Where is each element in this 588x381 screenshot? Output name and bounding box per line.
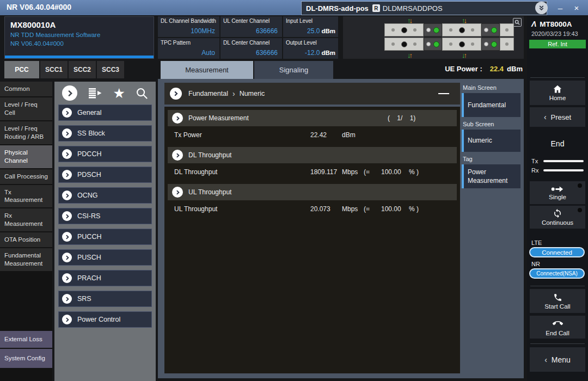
param-input-level[interactable]: Input Level 25.0dBm — [283, 16, 338, 37]
phone-icon — [553, 293, 562, 302]
application-window: NR V06.40.04#000 DL-DMRS-add-pos R DLDMR… — [0, 0, 588, 381]
chevron-right-circle-icon — [62, 149, 72, 159]
param-tpc-pattern[interactable]: TPC Pattern Auto — [158, 38, 219, 59]
continuous-indicator-dot — [578, 208, 582, 212]
param-ul-center-channel[interactable]: UL Center Channel 636666 — [220, 16, 282, 37]
param-output-level[interactable]: Output Level -12.0dBm — [283, 38, 338, 59]
main-screen-button[interactable]: Fundamental — [462, 93, 520, 117]
breadcrumb-child: Numeric — [240, 90, 265, 97]
section-power-measurement[interactable]: Power Measurement ( 1/ 1) — [168, 110, 457, 126]
menu-item-csi-rs[interactable]: CSI-RS — [58, 208, 152, 224]
minimize-panel-button[interactable] — [438, 93, 449, 94]
menu-item-prach[interactable]: PRACH — [58, 270, 152, 286]
home-button[interactable]: Home — [530, 81, 585, 105]
zoom-diagram-button[interactable] — [513, 18, 522, 27]
sub-screen-label: Sub Screen — [463, 121, 520, 127]
single-indicator-dot — [578, 183, 582, 188]
chevron-right-circle-icon — [172, 187, 183, 198]
section-ul-throughput[interactable]: UL Throughput — [168, 184, 457, 200]
nr-status-badge: Connected(NSA) — [529, 268, 585, 279]
ul-throughput-percent: 100.00 — [381, 205, 401, 213]
search-button[interactable] — [136, 87, 148, 100]
instrument-sidebar: Λ MT8000A 2020/03/23 19:43 Ref. Int Home… — [527, 15, 588, 381]
nav-item-level-freq-routing-arb[interactable]: Level / Freq Routing / ARB — [0, 121, 52, 144]
param-dl-channel-bandwidth[interactable]: DL Channel Bandwidth 100MHz — [158, 16, 219, 37]
rf-port3-tx-rx-arrows-icon: ↓↑ — [407, 51, 411, 59]
titlebar: NR V06.40.04#000 DL-DMRS-add-pos R DLDMR… — [0, 0, 588, 15]
chevron-right-circle-icon — [62, 294, 72, 304]
tab-scc1[interactable]: SCC1 — [40, 61, 68, 78]
breadcrumb[interactable]: Fundamental › Numeric — [164, 83, 460, 105]
chevron-right-circle-icon — [62, 253, 72, 262]
menu-button[interactable]: ‹ Menu — [530, 347, 585, 372]
param-dl-center-channel[interactable]: DL Center Channel 636666 — [220, 38, 282, 59]
menu-item-pucch[interactable]: PUCCH — [58, 229, 152, 245]
module-stack — [384, 23, 514, 52]
start-call-button[interactable]: Start Call — [530, 289, 585, 313]
instrument-name: Λ MT8000A — [531, 20, 572, 28]
menu-item-ocng[interactable]: OCNG — [58, 187, 152, 204]
session-selector[interactable]: DL-DMRS-add-pos R DLDMRSADDPOS — [301, 1, 547, 15]
result-row-ul-throughput: UL Throughput 20.073 Mbps (= 100.00 % ) — [168, 201, 457, 217]
session-code: DLDMRSADDPOS — [383, 4, 443, 13]
tab-pcc[interactable]: PCC — [4, 61, 39, 78]
chevron-right-circle-icon — [172, 113, 183, 124]
end-call-button[interactable]: End Call — [530, 316, 585, 339]
nav-item-system-config[interactable]: System Config — [0, 349, 52, 368]
breadcrumb-parent: Fundamental — [188, 90, 228, 97]
nav-item-tx-measurement[interactable]: Tx Measurement — [0, 185, 52, 208]
preset-button[interactable]: ‹ Preset — [530, 107, 585, 127]
star-icon: ★ — [113, 85, 125, 101]
divider — [530, 286, 585, 286]
chevron-right-circle-icon — [62, 232, 72, 242]
favorites-button[interactable]: ★ — [113, 87, 125, 100]
session-expand-button[interactable] — [535, 2, 548, 14]
rf-port4-tx-rx-arrows-icon: ↓↑ — [462, 51, 465, 59]
ul-throughput-value: 20.073 — [310, 205, 330, 213]
ue-power-unit: dBm — [507, 65, 523, 73]
section-dl-throughput[interactable]: DL Throughput — [168, 147, 457, 163]
menu-item-general[interactable]: General — [58, 105, 152, 121]
home-icon — [553, 85, 562, 94]
sub-screen-button[interactable]: Numeric — [462, 130, 520, 152]
single-button[interactable]: Single — [530, 181, 585, 204]
menu-item-pdcch[interactable]: PDCCH — [58, 146, 152, 162]
list-view-button[interactable] — [88, 87, 102, 100]
nav-item-rx-measurement[interactable]: Rx Measurement — [0, 208, 52, 231]
software-name: NR TDD Measurement Software — [10, 32, 100, 38]
tab-scc3[interactable]: SCC3 — [97, 61, 124, 78]
tab-scc2[interactable]: SCC2 — [69, 61, 96, 78]
session-name: DL-DMRS-add-pos — [306, 4, 369, 13]
close-button[interactable]: × — [569, 2, 584, 13]
chevron-left-icon: ‹ — [544, 113, 547, 121]
nav-item-level-freq-cell[interactable]: Level / Freq Cell — [0, 97, 52, 120]
nav-item-call-processing[interactable]: Call Processing — [0, 169, 52, 184]
nav-item-external-loss[interactable]: External Loss — [0, 331, 52, 348]
menu-item-pdsch[interactable]: PDSCH — [58, 167, 152, 183]
collapse-panel-button[interactable] — [62, 85, 77, 101]
ue-power-value: 22.4 — [490, 65, 504, 73]
menu-item-ss-block[interactable]: SS Block — [58, 125, 152, 142]
chevron-left-icon: ‹ — [544, 355, 547, 364]
dl-throughput-unit: Mbps — [342, 168, 358, 176]
nav-item-ota-position[interactable]: OTA Position — [0, 232, 52, 247]
rx-level-indicator: Rx — [531, 167, 585, 174]
result-row-dl-throughput: DL Throughput 1809.117 Mbps (= 100.00 % … — [168, 164, 457, 180]
menu-item-power-control[interactable]: Power Control — [58, 311, 152, 328]
nr-label: NR — [531, 261, 540, 267]
module-row — [384, 38, 514, 51]
list-icon — [88, 87, 102, 100]
continuous-button[interactable]: Continuous — [530, 206, 585, 229]
settings-nav-bottom: External Loss System Config — [0, 331, 52, 369]
tab-measurement[interactable]: Measurement — [161, 61, 253, 79]
minimize-button[interactable]: – — [553, 2, 567, 13]
nav-item-physical-channel[interactable]: Physical Channel — [0, 145, 52, 168]
window-title: NR V06.40.04#000 — [7, 3, 71, 11]
tx-power-unit: dBm — [342, 131, 356, 139]
nav-item-fundamental-measurement[interactable]: Fundamental Measurement — [0, 248, 52, 271]
tab-signaling[interactable]: Signaling — [254, 61, 333, 79]
menu-item-pusch[interactable]: PUSCH — [58, 249, 152, 266]
tag-button[interactable]: Power Measurement — [462, 164, 520, 188]
nav-item-common[interactable]: Common — [0, 82, 52, 96]
menu-item-srs[interactable]: SRS — [58, 291, 152, 307]
